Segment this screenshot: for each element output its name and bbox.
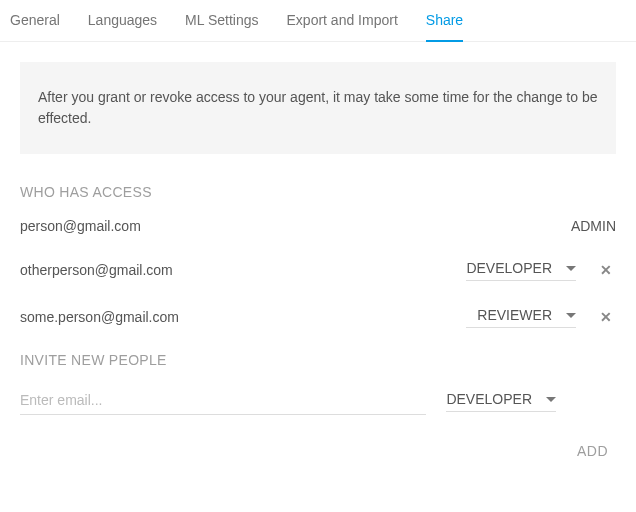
invite-email-input[interactable]: [20, 386, 426, 415]
tab-share[interactable]: Share: [426, 10, 463, 42]
access-row: some.person@gmail.com REVIEWER ✕: [20, 305, 616, 328]
access-row-owner: person@gmail.com ADMIN: [20, 218, 616, 234]
invite-role-select[interactable]: DEVELOPER: [446, 389, 556, 412]
role-label: REVIEWER: [477, 307, 566, 323]
access-email: some.person@gmail.com: [20, 309, 466, 325]
remove-access-button[interactable]: ✕: [596, 309, 616, 325]
role-label: DEVELOPER: [446, 391, 546, 407]
remove-access-button[interactable]: ✕: [596, 262, 616, 278]
share-panel: After you grant or revoke access to your…: [0, 42, 636, 483]
chevron-down-icon: [546, 397, 556, 402]
add-row: ADD: [20, 439, 616, 463]
invite-title: INVITE NEW PEOPLE: [20, 352, 616, 368]
access-row: otherperson@gmail.com DEVELOPER ✕: [20, 258, 616, 281]
chevron-down-icon: [566, 266, 576, 271]
role-label: DEVELOPER: [466, 260, 566, 276]
access-role-admin: ADMIN: [571, 218, 616, 234]
tab-general[interactable]: General: [10, 10, 60, 41]
who-has-access-title: WHO HAS ACCESS: [20, 184, 616, 200]
tab-languages[interactable]: Languages: [88, 10, 157, 41]
tab-ml-settings[interactable]: ML Settings: [185, 10, 258, 41]
settings-tabs: General Languages ML Settings Export and…: [0, 0, 636, 42]
invite-row: DEVELOPER: [20, 386, 616, 415]
access-email: person@gmail.com: [20, 218, 571, 234]
tab-export-import[interactable]: Export and Import: [287, 10, 398, 41]
chevron-down-icon: [566, 313, 576, 318]
access-email: otherperson@gmail.com: [20, 262, 466, 278]
add-button[interactable]: ADD: [569, 439, 616, 463]
role-select[interactable]: DEVELOPER: [466, 258, 576, 281]
role-select[interactable]: REVIEWER: [466, 305, 576, 328]
info-message: After you grant or revoke access to your…: [20, 62, 616, 154]
